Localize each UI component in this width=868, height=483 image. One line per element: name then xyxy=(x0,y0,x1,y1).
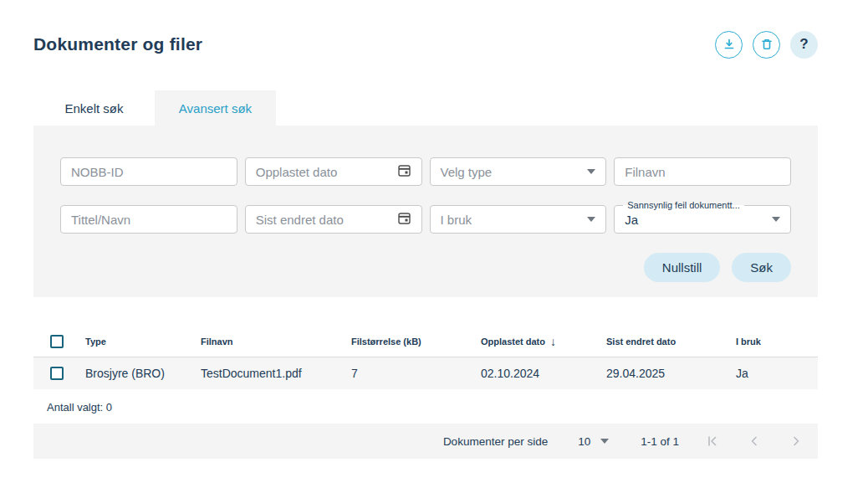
cell-i-bruk: Ja xyxy=(736,367,818,380)
tab-enkelt-sok[interactable]: Enkelt søk xyxy=(33,90,155,126)
help-button[interactable]: ? xyxy=(790,31,818,59)
advanced-search-panel: Opplastet dato Velg type xyxy=(33,126,818,297)
previous-page-button[interactable] xyxy=(746,433,763,450)
per-page-select[interactable]: 10 xyxy=(578,435,609,448)
chevron-down-icon xyxy=(600,439,609,444)
in-use-select[interactable]: I bruk xyxy=(430,205,607,234)
cell-filstorrelse: 7 xyxy=(351,367,481,380)
download-button[interactable] xyxy=(715,31,743,59)
table-row[interactable]: Brosjyre (BRO) TestDocument1.pdf 7 02.10… xyxy=(33,357,818,389)
chevron-down-icon xyxy=(587,217,595,222)
type-select[interactable]: Velg type xyxy=(430,157,607,186)
tab-bar: Enkelt søk Avansert søk xyxy=(33,90,818,126)
filename-input[interactable] xyxy=(625,165,780,179)
selected-count-label: Antall valgt: 0 xyxy=(33,389,818,424)
help-icon: ? xyxy=(799,36,808,53)
per-page-label: Dokumenter per side xyxy=(443,435,548,448)
first-page-button[interactable] xyxy=(704,433,721,450)
uploaded-date-field[interactable]: Opplastet dato xyxy=(245,157,422,186)
chevron-right-icon xyxy=(789,434,803,448)
column-header-i-bruk[interactable]: I bruk xyxy=(736,337,818,347)
trash-icon xyxy=(760,38,774,51)
probable-error-select[interactable]: Sannsynlig feil dokumentt... Ja xyxy=(614,205,791,234)
calendar-icon xyxy=(397,211,411,228)
header-actions: ? xyxy=(715,31,818,59)
chevron-down-icon xyxy=(587,169,595,174)
delete-button[interactable] xyxy=(753,31,780,59)
column-header-filstorrelse[interactable]: Filstørrelse (kB) xyxy=(351,337,481,347)
column-header-sist-endret[interactable]: Sist endret dato xyxy=(606,337,736,347)
modified-date-field[interactable]: Sist endret dato xyxy=(245,205,422,234)
page-header: Dokumenter og filer ? xyxy=(33,0,818,60)
download-icon xyxy=(722,38,736,51)
calendar-icon xyxy=(397,163,411,180)
pagination-bar: Dokumenter per side 10 1-1 of 1 xyxy=(33,424,818,459)
nobb-id-input[interactable] xyxy=(71,165,227,179)
title-field xyxy=(60,205,237,234)
page-range-label: 1-1 of 1 xyxy=(641,435,679,448)
select-all-checkbox[interactable] xyxy=(50,335,64,348)
column-header-type[interactable]: Type xyxy=(85,337,201,347)
row-checkbox[interactable] xyxy=(50,367,64,380)
sort-desc-icon: ↓ xyxy=(550,335,556,348)
column-header-opplastet-dato[interactable]: Opplastet dato ↓ xyxy=(481,335,606,348)
chevron-down-icon xyxy=(772,217,780,222)
cell-filnavn: TestDocument1.pdf xyxy=(201,367,351,380)
cell-sist-endret: 29.04.2025 xyxy=(606,367,736,380)
column-header-filnavn[interactable]: Filnavn xyxy=(201,337,351,347)
chevron-left-icon xyxy=(748,434,761,448)
search-button[interactable]: Søk xyxy=(732,253,791,282)
next-page-button[interactable] xyxy=(788,433,804,450)
reset-button[interactable]: Nullstill xyxy=(644,253,721,282)
tab-avansert-sok[interactable]: Avansert søk xyxy=(155,90,276,126)
filename-field xyxy=(614,157,791,186)
cell-type: Brosjyre (BRO) xyxy=(85,367,201,380)
page-title: Dokumenter og filer xyxy=(33,34,202,54)
documents-table: Type Filnavn Filstørrelse (kB) Opplastet… xyxy=(33,326,818,424)
first-page-icon xyxy=(706,434,719,448)
nobb-id-field xyxy=(60,157,237,186)
cell-opplastet-dato: 02.10.2024 xyxy=(481,367,606,380)
title-input[interactable] xyxy=(71,213,227,227)
probable-error-label: Sannsynlig feil dokumentt... xyxy=(623,200,744,210)
table-header-row: Type Filnavn Filstørrelse (kB) Opplastet… xyxy=(33,326,818,357)
